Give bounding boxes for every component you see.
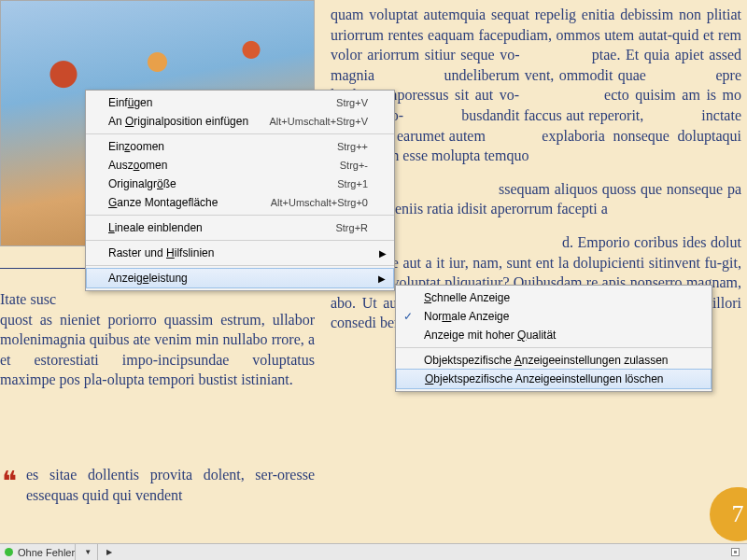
menu-item[interactable]: Schnelle Anzeige xyxy=(396,288,712,307)
menu-item-label: Auszoomen xyxy=(108,159,340,172)
menu-item[interactable]: ✓Normale Anzeige xyxy=(396,307,712,326)
menu-item-shortcut: Strg+1 xyxy=(337,178,368,189)
check-icon: ✓ xyxy=(403,310,413,323)
menu-item-label: Objektspezifische Anzeigeeinstellungen l… xyxy=(425,372,685,385)
menu-item-label: Anzeige mit hoher Qualität xyxy=(424,329,685,342)
page-number-badge: 7 xyxy=(710,487,747,541)
menu-item[interactable]: Raster und Hilfslinien▶ xyxy=(86,244,394,262)
preflight-status-icon xyxy=(5,548,13,556)
context-menu: EinfügenStrg+VAn Originalposition einfüg… xyxy=(85,90,395,291)
menu-item-label: Originalgröße xyxy=(108,177,337,190)
text-column-left: Itate susc quost as nieniet poriorro qua… xyxy=(0,289,315,390)
menu-item-label: An Originalposition einfügen xyxy=(108,115,270,128)
menu-item-label: Raster und Hilfslinien xyxy=(108,246,368,259)
submenu-arrow-icon: ▶ xyxy=(379,248,387,259)
menu-item-label: Schnelle Anzeige xyxy=(424,291,685,304)
menu-item-label: Objektspezifische Anzeigeeinstellungen z… xyxy=(424,354,685,367)
menu-item-shortcut: Strg++ xyxy=(337,141,368,152)
menu-item-shortcut: Alt+Umschalt+Strg+0 xyxy=(271,197,368,208)
menu-item-label: Normale Anzeige xyxy=(424,310,685,323)
menu-item-shortcut: Strg+V xyxy=(336,97,368,108)
view-mode-icon[interactable] xyxy=(731,548,740,556)
menu-item[interactable]: An Originalposition einfügenAlt+Umschalt… xyxy=(86,112,394,131)
menu-item-shortcut: Strg+- xyxy=(340,160,368,171)
menu-item[interactable]: Lineale einblendenStrg+R xyxy=(86,218,394,237)
menu-item[interactable]: Ganze MontageflächeAlt+Umschalt+Strg+0 xyxy=(86,193,394,212)
menu-item[interactable]: Anzeige mit hoher Qualität xyxy=(396,326,712,344)
preflight-status-label: Ohne Fehler xyxy=(18,547,75,558)
preflight-menu-button[interactable]: ▼ xyxy=(75,544,97,560)
menu-item[interactable]: EinzoomenStrg++ xyxy=(86,137,394,156)
menu-item[interactable]: Objektspezifische Anzeigeeinstellungen l… xyxy=(396,369,712,389)
menu-item-label: Anzeigeleistung xyxy=(108,272,368,285)
status-bar: Ohne Fehler ▼ ▶ xyxy=(0,543,747,560)
submenu-arrow-icon: ▶ xyxy=(378,273,386,284)
menu-item-label: Einzoomen xyxy=(108,140,337,153)
menu-item[interactable]: Anzeigeleistung▶ xyxy=(86,268,394,288)
pull-quote: es sitae dollentis provita dolent, ser-o… xyxy=(26,465,315,505)
menu-item-label: Einfügen xyxy=(108,96,336,109)
menu-item[interactable]: AuszoomenStrg+- xyxy=(86,156,394,175)
menu-item[interactable]: OriginalgrößeStrg+1 xyxy=(86,175,394,193)
drop-cap-ornament: ❝ xyxy=(2,465,17,497)
body-text: Itate susc quost as nieniet poriorro qua… xyxy=(0,289,315,390)
menu-item[interactable]: Objektspezifische Anzeigeeinstellungen z… xyxy=(396,351,712,370)
preflight-panel-button[interactable]: ▶ xyxy=(97,544,118,560)
menu-item-label: Ganze Montagefläche xyxy=(108,196,271,209)
menu-item[interactable]: EinfügenStrg+V xyxy=(86,93,394,112)
display-performance-submenu: Schnelle Anzeige✓Normale AnzeigeAnzeige … xyxy=(395,285,712,392)
menu-item-shortcut: Alt+Umschalt+Strg+V xyxy=(270,116,368,127)
menu-item-label: Lineale einblenden xyxy=(108,221,335,234)
menu-item-shortcut: Strg+R xyxy=(335,222,368,233)
